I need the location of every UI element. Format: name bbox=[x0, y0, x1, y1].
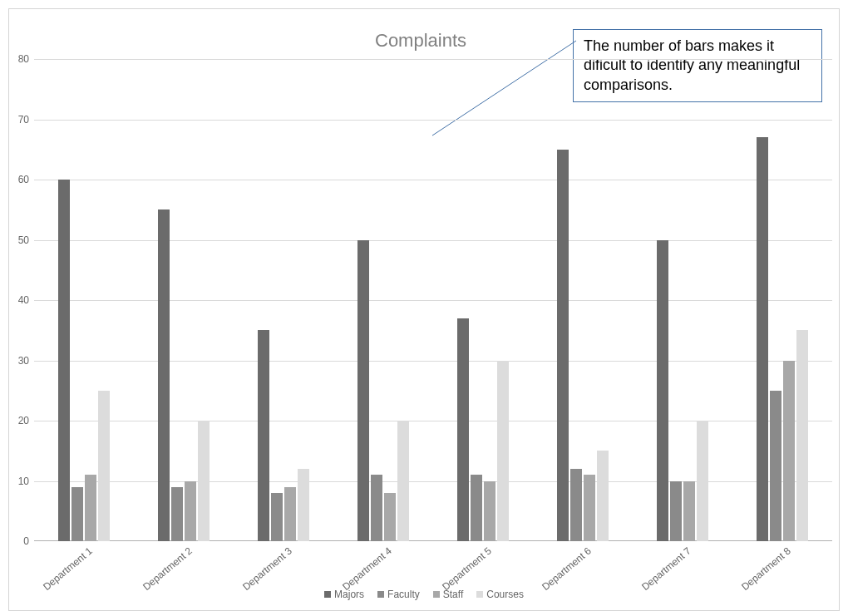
x-tick-label: Department 7 bbox=[639, 545, 693, 593]
bar-courses bbox=[597, 451, 609, 541]
y-tick-label: 30 bbox=[9, 355, 29, 367]
plot-area: 01020304050607080Department 1Department … bbox=[34, 59, 832, 541]
legend-swatch-faculty bbox=[377, 591, 384, 598]
chart-title: Complaints bbox=[375, 30, 466, 52]
bar-staff bbox=[783, 361, 795, 542]
bar-staff bbox=[85, 475, 96, 541]
bar-staff bbox=[683, 481, 695, 542]
bar-courses bbox=[497, 361, 509, 542]
x-tick-label: Department 8 bbox=[739, 545, 793, 593]
legend-item-majors: Majors bbox=[324, 589, 364, 600]
bar-staff bbox=[384, 493, 396, 541]
bar-courses bbox=[198, 421, 210, 541]
bar-faculty bbox=[271, 493, 283, 541]
legend-item-courses: Courses bbox=[476, 589, 524, 600]
y-tick-label: 10 bbox=[9, 476, 29, 487]
y-tick-label: 60 bbox=[9, 174, 29, 185]
bar-staff bbox=[284, 487, 296, 541]
y-tick-label: 70 bbox=[9, 114, 29, 126]
y-tick-label: 80 bbox=[9, 53, 29, 65]
legend-label: Courses bbox=[486, 589, 524, 600]
bar-group: Department 4 bbox=[333, 59, 433, 541]
x-tick-label: Department 2 bbox=[141, 545, 195, 593]
bar-majors bbox=[557, 150, 569, 541]
bar-majors bbox=[657, 240, 668, 542]
bar-faculty bbox=[770, 391, 781, 541]
bar-group: Department 8 bbox=[732, 59, 832, 541]
legend-label: Faculty bbox=[387, 589, 420, 600]
bar-group: Department 2 bbox=[134, 59, 234, 541]
bar-faculty bbox=[171, 487, 183, 541]
legend-label: Staff bbox=[443, 589, 463, 600]
bar-courses bbox=[796, 330, 808, 541]
bar-majors bbox=[357, 240, 369, 542]
bar-group: Department 1 bbox=[34, 59, 134, 541]
y-tick-label: 20 bbox=[9, 415, 29, 426]
bar-staff bbox=[484, 481, 495, 542]
bar-group: Department 7 bbox=[633, 59, 732, 541]
legend-swatch-courses bbox=[476, 591, 483, 598]
bar-faculty bbox=[371, 475, 382, 541]
legend-label: Majors bbox=[334, 589, 364, 600]
bar-group: Department 5 bbox=[433, 59, 533, 541]
bar-majors bbox=[58, 180, 70, 541]
bar-faculty bbox=[71, 487, 83, 541]
y-tick-label: 0 bbox=[9, 535, 29, 547]
bar-courses bbox=[98, 391, 110, 541]
y-tick-label: 50 bbox=[9, 234, 29, 246]
bar-majors bbox=[258, 330, 269, 541]
bar-faculty bbox=[670, 481, 682, 542]
legend-swatch-majors bbox=[324, 591, 331, 598]
x-tick-label: Department 1 bbox=[41, 545, 95, 593]
legend-item-staff: Staff bbox=[433, 589, 463, 600]
legend: Majors Faculty Staff Courses bbox=[9, 589, 839, 600]
bar-faculty bbox=[471, 475, 482, 541]
x-tick-label: Department 3 bbox=[240, 545, 294, 593]
x-tick-label: Department 6 bbox=[540, 545, 594, 593]
chart-container: Complaints The number of bars makes it d… bbox=[8, 8, 840, 611]
bar-faculty bbox=[570, 469, 582, 541]
bar-majors bbox=[158, 209, 170, 541]
bar-majors bbox=[757, 137, 768, 541]
bar-group: Department 3 bbox=[234, 59, 333, 541]
bar-group: Department 6 bbox=[533, 59, 633, 541]
x-tick-label: Department 5 bbox=[440, 545, 494, 593]
legend-swatch-staff bbox=[433, 591, 440, 598]
bar-majors bbox=[457, 318, 469, 541]
y-tick-label: 40 bbox=[9, 294, 29, 306]
bar-staff bbox=[584, 475, 595, 541]
legend-item-faculty: Faculty bbox=[377, 589, 420, 600]
bar-courses bbox=[397, 421, 409, 541]
bar-courses bbox=[697, 421, 708, 541]
bar-courses bbox=[298, 469, 309, 541]
bar-staff bbox=[185, 481, 196, 542]
x-tick-label: Department 4 bbox=[340, 545, 394, 593]
